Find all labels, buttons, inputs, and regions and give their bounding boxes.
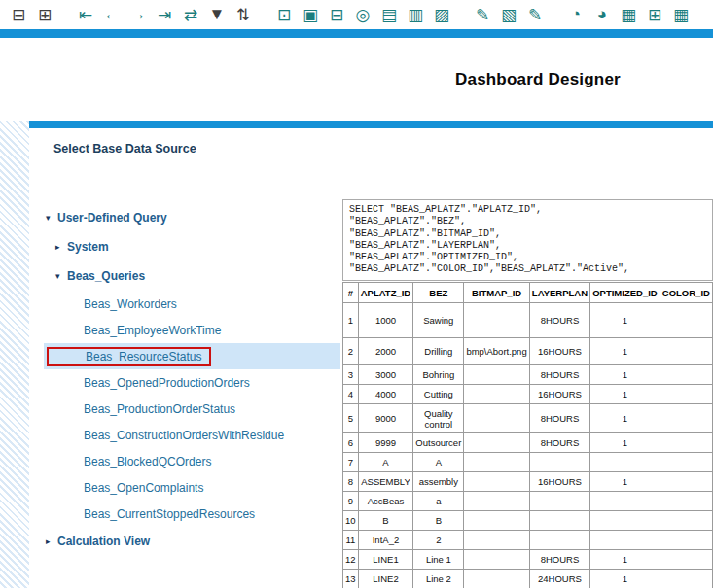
expand-icon[interactable]: ▸ xyxy=(46,536,57,546)
tree-node-Beas_Workorders[interactable]: Beas_Workorders xyxy=(44,291,340,317)
globe-icon[interactable]: ◎ xyxy=(352,4,374,25)
table-cell xyxy=(660,303,712,338)
last-record-icon[interactable]: ⇥ xyxy=(154,4,175,25)
table-cell: IntA_2 xyxy=(358,531,413,550)
table-cell: A xyxy=(358,453,413,472)
table-row: 59000Quality control8HOURS1 xyxy=(343,404,713,433)
table-cell: 8HOURS xyxy=(529,404,589,433)
form-edit-icon[interactable]: ✎ xyxy=(524,4,546,25)
refresh-icon[interactable]: ⇄ xyxy=(180,4,201,25)
tree-node-label: Beas_CurrentStoppedResources xyxy=(84,507,255,521)
table-cell xyxy=(464,472,529,492)
table-cell xyxy=(529,511,589,531)
sql-line: "BEAS_APLATZ"."COLOR_ID","BEAS_APLATZ"."… xyxy=(349,263,706,275)
tree-node-System[interactable]: ▸System xyxy=(44,232,340,261)
table-cell: Outsourcer xyxy=(413,433,464,453)
table-cell: 1 xyxy=(590,570,660,588)
previous-record-icon[interactable]: ← xyxy=(101,4,123,25)
page-title: Dashboard Designer xyxy=(455,70,621,89)
tree-node-Beas_CurrentStoppedResources[interactable]: Beas_CurrentStoppedResources xyxy=(44,501,340,527)
linked-form-icon[interactable]: ▣ xyxy=(300,4,321,25)
table-cell: AccBeas xyxy=(358,492,413,511)
expand-icon[interactable]: ▸ xyxy=(55,242,67,252)
table-cell: 1 xyxy=(343,303,359,338)
table-cell: 2000 xyxy=(358,338,413,365)
tree-node-Beas_ResourceStatus[interactable]: Beas_ResourceStatus xyxy=(44,343,340,369)
table-row: 44000Cutting16HOURS1 xyxy=(343,385,713,404)
table-row: 22000Drillingbmp\Abort.png16HOURS1 xyxy=(343,338,713,365)
grid-icon[interactable]: ▦ xyxy=(670,4,692,25)
time-form-icon[interactable]: ◔ xyxy=(565,4,587,25)
table-cell: 10 xyxy=(343,511,359,531)
tree-node-label: Beas_Workorders xyxy=(84,297,177,311)
edit-icon[interactable]: ✎ xyxy=(472,4,493,25)
collapse-icon[interactable]: ▾ xyxy=(46,213,57,223)
filter-icon[interactable]: ▼ xyxy=(206,4,228,25)
table-cell: Drilling xyxy=(413,338,464,365)
tree-node-Beas_OpenComplaints[interactable]: Beas_OpenComplaints xyxy=(44,474,340,501)
first-record-icon[interactable]: ⇤ xyxy=(75,4,96,25)
document-form-icon[interactable]: ⊟ xyxy=(326,4,347,25)
table-cell: 8HOURS xyxy=(529,365,589,385)
tree-node-label: Beas_ConstructionOrdersWithResidue xyxy=(84,429,284,442)
preview-table: #APLATZ_IDBEZBITMAP_IDLAYERPLANOPTIMIZED… xyxy=(342,282,713,588)
tree-node-Beas_EmployeeWorkTime[interactable]: Beas_EmployeeWorkTime xyxy=(44,317,340,343)
panel-title: Select Base Data Source xyxy=(53,142,196,156)
add-window-icon[interactable]: ⊞ xyxy=(34,4,55,25)
table-cell xyxy=(590,453,660,472)
sql-line: "BEAS_APLATZ"."BEZ", xyxy=(349,216,706,227)
next-record-icon[interactable]: → xyxy=(127,4,149,25)
table-cell: 1 xyxy=(590,338,660,365)
layers-icon[interactable]: ▤ xyxy=(378,4,400,25)
table-cell: 4000 xyxy=(358,385,413,404)
table-cell xyxy=(464,433,529,453)
tree-node-label: Beas_ProductionOrderStatus xyxy=(84,402,235,416)
column-header: COLOR_ID xyxy=(660,283,712,303)
table-cell: LINE1 xyxy=(358,550,413,570)
table-row: 69999Outsourcer8HOURS1 xyxy=(343,433,713,453)
query-tree: ▾User-Defined Query▸System▾Beas_QueriesB… xyxy=(44,203,340,556)
table-cell xyxy=(464,453,529,472)
tree-node-Beas_ConstructionOrdersWithResidue[interactable]: Beas_ConstructionOrdersWithResidue xyxy=(44,422,340,448)
table-cell: 11 xyxy=(343,531,359,550)
table-cell xyxy=(464,303,529,338)
table-cell: 1 xyxy=(590,404,660,433)
table-row: 11IntA_22 xyxy=(343,531,713,550)
table-cell: 4 xyxy=(343,385,359,404)
tree-node-Beas_ProductionOrderStatus[interactable]: Beas_ProductionOrderStatus xyxy=(44,396,340,422)
tree-node-Beas_Queries[interactable]: ▾Beas_Queries xyxy=(44,261,340,291)
sql-preview[interactable]: SELECT "BEAS_APLATZ"."APLATZ_ID","BEAS_A… xyxy=(342,199,713,281)
collapse-icon[interactable]: ▾ xyxy=(55,271,67,281)
table-cell xyxy=(660,511,712,531)
table-cell xyxy=(464,385,529,404)
table-cell xyxy=(464,531,529,550)
column-header: OPTIMIZED_ID xyxy=(590,283,660,303)
table-cell xyxy=(660,453,712,472)
table-cell: 16HOURS xyxy=(529,385,589,404)
table-cell: 9999 xyxy=(358,433,413,453)
table-cell: 1 xyxy=(590,433,660,453)
tree-node-User-Defined Query[interactable]: ▾User-Defined Query xyxy=(44,203,340,232)
tree-node-label: Beas_EmployeeWorkTime xyxy=(84,324,221,337)
calculator-icon[interactable]: ▦ xyxy=(618,4,639,25)
tree-node-Beas_BlockedQCOrders[interactable]: Beas_BlockedQCOrders xyxy=(44,448,340,474)
form-settings-icon[interactable]: ▧ xyxy=(498,4,519,25)
column-header: BEZ xyxy=(413,283,464,303)
table-cell: Cutting xyxy=(413,385,464,404)
window-icon[interactable]: ⊟ xyxy=(8,4,29,25)
table-cell xyxy=(660,472,712,492)
tree-node-Beas_OpenedProductionOrders[interactable]: Beas_OpenedProductionOrders xyxy=(44,369,340,396)
table-cell xyxy=(529,531,589,550)
tree-node-Calculation View[interactable]: ▸Calculation View xyxy=(44,527,340,556)
details-form-icon[interactable]: ▥ xyxy=(405,4,426,25)
table-cell xyxy=(464,404,529,433)
table-row: 9AccBeasa xyxy=(343,492,713,511)
sort-icon[interactable]: ⇅ xyxy=(232,4,254,25)
table-cell: 8HOURS xyxy=(529,303,589,338)
table-row: 10BB xyxy=(343,511,713,531)
preview-form-icon[interactable]: ▨ xyxy=(431,4,452,25)
org-chart-icon[interactable]: ⊞ xyxy=(644,4,665,25)
goto-form-icon[interactable]: ⊡ xyxy=(273,4,295,25)
alarm-form-icon[interactable]: ◕ xyxy=(591,4,613,25)
table-cell xyxy=(590,511,660,531)
